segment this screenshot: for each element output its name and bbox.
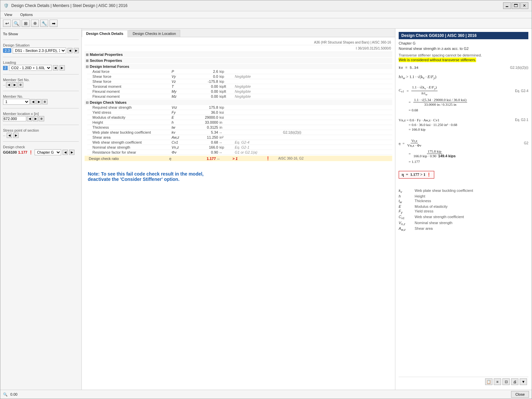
tab-design-check-details[interactable]: Design Check Details <box>82 30 128 37</box>
toolbar-btn-5[interactable]: 🔧 <box>40 20 48 27</box>
check-next-btn[interactable]: ▶ <box>69 150 74 155</box>
ratio-exclaim: ❗ <box>266 156 270 161</box>
ratio-ref: AISC 360-16, G2 <box>270 157 304 160</box>
force-unit-3: kipft <box>218 84 235 88</box>
table-row: Axial force P 2.6 kip <box>87 69 392 74</box>
eta-eq2: = <box>409 152 411 156</box>
toolbar-btn-2[interactable]: 🔍 <box>12 20 20 27</box>
load-next-btn[interactable]: ▶ <box>60 65 65 70</box>
ht-condition: h/tw > 1.1 · √(kv · E/Fy) <box>399 74 436 79</box>
section-internal-forces: ⊟ Design Internal Forces Axial force P 2… <box>84 64 392 99</box>
force-sym-3: T <box>172 84 192 88</box>
right-bottom-toolbar: 📋 ≡ ⊡ 🖨 ▼ <box>399 377 528 386</box>
force-val-5: 0.00 <box>192 94 218 98</box>
mloc-next-btn[interactable]: ▶ <box>33 116 38 121</box>
check-exclaim: ❗ <box>29 150 33 155</box>
tab-design-checks-location[interactable]: Design Checks in Location <box>128 30 180 37</box>
member-no-select[interactable]: 1 <box>3 99 30 105</box>
toolbar-btn-1[interactable]: ↩ <box>3 20 11 27</box>
cv-val-3: 33.0000 <box>192 120 218 124</box>
right-tool-btn-2[interactable]: ≡ <box>494 378 501 385</box>
force-unit-0: kip <box>218 69 235 73</box>
vn-line3: = 166.0 kip <box>409 127 528 131</box>
table-row: Nominal shear strength Vn,z 166.0 kip Eq… <box>87 145 392 150</box>
toolbar-btn-3[interactable]: ⊞ <box>22 20 30 27</box>
cv1-expanded: 1.1 · √(5.34 · 29000.0 ksi / 36.0 ksi) 3… <box>413 98 467 107</box>
toolbar-btn-6[interactable]: ➡ <box>50 20 58 27</box>
right-tool-btn-dropdown[interactable]: ▼ <box>520 378 527 385</box>
result-box: η = 1.177 > 1 ❗ <box>399 171 434 179</box>
table-row: Yield stress Fy 36.0 ksi <box>87 110 392 115</box>
design-ratio-row: Design check ratio η 1.177 -- > 1 ❗ AISC… <box>84 156 392 161</box>
cv-sym-0: Vrz <box>172 105 192 109</box>
force-label-1: Shear force <box>88 74 172 78</box>
cv-unit-8: kip <box>218 145 235 149</box>
cv-unit-7: -- <box>218 140 235 144</box>
stress-prev-btn[interactable]: ◀ <box>7 133 12 138</box>
mno-extra-btn[interactable]: ⊕ <box>42 99 48 104</box>
right-description: Nominal shear strength in z-axis acc. to… <box>399 47 528 51</box>
toolbar: ↩ 🔍 ⊞ ❊ 🔧 ➡ <box>0 18 532 29</box>
mset-extra-btn[interactable]: ⊕ <box>18 82 23 87</box>
menu-options[interactable]: Options <box>19 12 34 17</box>
table-row: Modulus of elasticity E 29000.0 ksi <box>87 115 392 120</box>
vn-line2: = 0.6 · 36.0 ksi · 11.250 in² · 0.68 <box>409 123 528 127</box>
status-bar: 🔍 0.00 Close <box>0 390 532 399</box>
section-props-header[interactable]: ⊞ Section Properties <box>84 58 392 63</box>
check-values-header[interactable]: ⊟ Design Check Values <box>84 100 392 105</box>
loading-label: Loading <box>3 61 79 65</box>
force-label-3: Torsional moment <box>88 84 172 88</box>
design-situation-select[interactable]: DS1 - Section 2.3 (LRFD), 1.... <box>13 48 66 54</box>
member-no-label: Member No. <box>3 94 79 98</box>
member-loc-row: 672.000 ◀ ▶ ⊕ <box>3 116 79 121</box>
close-window-button[interactable]: ✕ <box>520 2 528 9</box>
mloc-extra-btn[interactable]: ⊕ <box>39 116 44 121</box>
section-check-values: ⊟ Design Check Values Required shear str… <box>84 100 392 155</box>
maximize-button[interactable]: 🗖 <box>512 2 520 9</box>
mset-prev-btn[interactable]: ◀ <box>6 82 11 87</box>
forces-body: Axial force P 2.6 kip Shear force Vy 0.0… <box>84 69 392 99</box>
minimize-button[interactable]: 🗕 <box>503 2 511 9</box>
result-box-container: η = 1.177 > 1 ❗ <box>399 170 528 180</box>
cv-unit-2: ksi <box>218 115 235 119</box>
cv-sym-8: Vn,z <box>172 145 192 149</box>
check-prev-btn[interactable]: ◀ <box>63 150 68 155</box>
stress-next-btn[interactable]: ▶ <box>13 133 19 138</box>
load-prev-btn[interactable]: ◀ <box>53 65 58 70</box>
mno-next-btn[interactable]: ▶ <box>36 99 42 104</box>
main-content: To Show Design Situation 2.3 DS1 - Secti… <box>0 29 532 390</box>
right-tool-btn-1[interactable]: 📋 <box>485 378 492 385</box>
right-tool-btn-4[interactable]: 🖨 <box>511 378 518 385</box>
ds-badge: 2.3 <box>3 48 11 53</box>
condition-line: h/tw > 1.1 · √(kv · E/Fy) <box>399 74 528 80</box>
cv-val-2: 29000.0 <box>192 115 218 119</box>
force-label-0: Axial force <box>88 69 172 73</box>
force-unit-5: kipft <box>218 94 235 98</box>
mno-prev-btn[interactable]: ◀ <box>30 99 36 104</box>
loading-select[interactable]: CO2 - 1.20D + 1.60L <box>9 65 52 71</box>
cv-label-7: Web shear strength coefficient <box>88 140 172 144</box>
stress-row: -- ◀ ▶ <box>3 133 79 138</box>
material-header[interactable]: ⊞ Material Properties <box>84 52 392 57</box>
section-props-label: Section Properties <box>90 59 122 63</box>
ds-next-btn[interactable]: ▶ <box>74 48 79 53</box>
vn-ref: Eq. G2-1 <box>515 118 528 122</box>
ds-prev-btn[interactable]: ◀ <box>67 48 72 53</box>
right-tool-btn-3[interactable]: ⊡ <box>502 378 510 385</box>
warning-2-text: Web is considered without transverse sti… <box>399 58 476 62</box>
check-chapter-select[interactable]: Chapter G | N... <box>35 149 61 155</box>
cv-note-7: Eq. G2-4 <box>235 140 268 144</box>
design-check-row: GG6100 1.177 ❗ Chapter G | N... ◀ ▶ <box>3 149 79 155</box>
force-val-3: 0.00 <box>192 84 218 88</box>
internal-forces-header[interactable]: ⊟ Design Internal Forces <box>84 64 392 69</box>
menu-view[interactable]: View <box>3 12 14 17</box>
sym-def-4: Fy Yield stress <box>399 209 528 214</box>
member-loc-input[interactable]: 672.000 <box>3 116 26 121</box>
toolbar-btn-4[interactable]: ❊ <box>31 20 39 27</box>
mset-next-btn[interactable]: ▶ <box>12 82 17 87</box>
load-badge: 2 <box>3 66 8 70</box>
note-box: Note: To see this fail code check result… <box>84 168 392 185</box>
table-row: Height h 33.0000 in <box>87 120 392 125</box>
mloc-prev-btn[interactable]: ◀ <box>27 116 32 121</box>
close-button[interactable]: Close <box>511 391 529 398</box>
